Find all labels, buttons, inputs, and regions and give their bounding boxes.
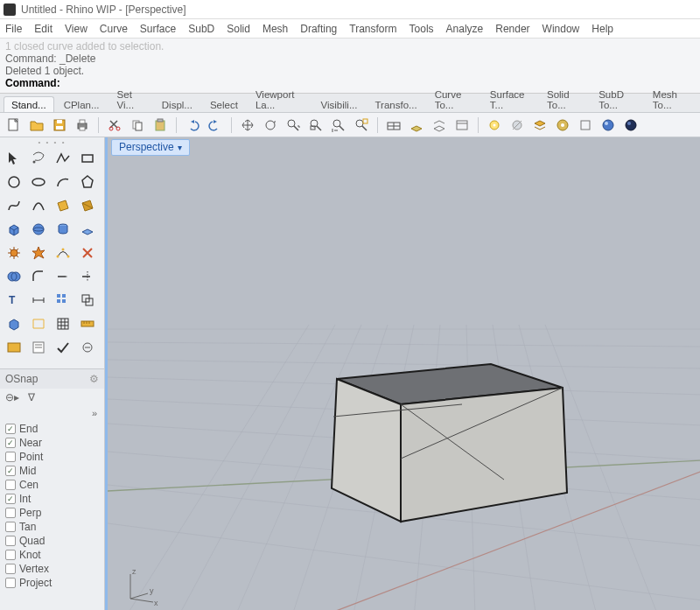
tab-surface-tools[interactable]: Surface T... [482,86,537,112]
render-icon[interactable] [599,116,617,134]
tab-solid-tools[interactable]: Solid To... [539,86,589,112]
tab-transform[interactable]: Transfo... [368,96,425,112]
trim-icon[interactable] [77,266,98,287]
surface-corner-icon[interactable] [52,195,74,216]
zoom-extents-icon[interactable] [330,116,347,134]
osnap-project-checkbox[interactable] [5,578,16,588]
ellipse-icon[interactable] [28,172,49,193]
zoom-window-icon[interactable] [307,116,325,134]
menu-view[interactable]: View [65,23,88,35]
check-icon[interactable] [52,337,74,358]
zoom-selected-icon[interactable] [353,116,370,134]
undo-view-icon[interactable] [385,116,402,134]
dimension-icon[interactable] [28,290,49,311]
osnap-end-checkbox[interactable] [5,424,16,434]
osnap-mid-checkbox[interactable] [5,466,16,476]
tab-curve-tools[interactable]: Curve To... [427,86,480,112]
fillet-icon[interactable] [28,266,49,287]
properties-icon[interactable] [554,116,571,134]
osnap-quad-checkbox[interactable] [5,536,16,546]
polyline-icon[interactable] [52,148,74,169]
menu-drafting[interactable]: Drafting [300,23,337,35]
perspective-viewport[interactable]: Perspective ▾ [105,137,700,610]
set-cplane-icon[interactable] [408,116,425,134]
new-file-icon[interactable] [5,116,23,134]
copy-icon[interactable] [129,116,146,134]
box-icon[interactable] [4,219,24,240]
measure-icon[interactable] [77,313,98,334]
tab-select[interactable]: Select [202,96,246,112]
gear-tool-icon[interactable] [4,242,24,263]
tab-display[interactable]: Displ... [154,96,200,112]
explode-icon[interactable] [28,242,49,263]
open-file-icon[interactable] [28,116,46,134]
osnap-persistence-icon[interactable]: ⊖▸ [5,391,19,403]
menu-file[interactable]: File [5,23,22,35]
menu-curve[interactable]: Curve [100,23,128,35]
osnap-point-checkbox[interactable] [5,452,16,462]
tab-set-view[interactable]: Set Vi... [109,86,152,112]
interp-curve-icon[interactable] [28,195,49,216]
layers-icon[interactable] [531,116,549,134]
arc-icon[interactable] [52,172,74,193]
osnap-filter-icon[interactable]: ∇ [28,391,35,403]
osnap-cen-checkbox[interactable] [5,480,16,490]
plane-icon[interactable] [77,219,98,240]
boolean-union-icon[interactable] [4,266,24,287]
palette-grip[interactable]: • • • • [0,137,104,146]
polygon-icon[interactable] [77,172,98,193]
print-icon[interactable] [74,116,91,134]
cylinder-icon[interactable] [52,219,74,240]
move-face-icon[interactable] [4,313,24,334]
paste-icon[interactable] [151,116,169,134]
menu-subd[interactable]: SubD [188,23,214,35]
circle-icon[interactable] [4,172,24,193]
menu-transform[interactable]: Transform [349,23,396,35]
lasso-select-icon[interactable] [28,148,49,169]
surface-edge-icon[interactable] [77,195,98,216]
tab-standard[interactable]: Stand... [4,96,54,112]
menu-render[interactable]: Render [495,23,529,35]
menu-analyze[interactable]: Analyze [446,23,484,35]
pan-icon[interactable] [239,116,256,134]
grid-icon[interactable] [52,313,74,334]
loft-icon[interactable] [28,313,49,334]
save-icon[interactable] [51,116,68,134]
hide-icon[interactable] [508,116,526,134]
notes-icon[interactable] [28,337,49,358]
osnap-knot-checkbox[interactable] [5,550,16,560]
menu-edit[interactable]: Edit [34,23,52,35]
open-toolbar-icon[interactable] [4,337,24,358]
tab-visibility[interactable]: Visibili... [313,96,366,112]
menu-window[interactable]: Window [542,23,580,35]
pointer-tool-icon[interactable] [4,148,24,169]
rectangle-icon[interactable] [77,148,98,169]
menu-tools[interactable]: Tools [410,23,434,35]
osnap-perp-checkbox[interactable] [5,508,16,518]
osnap-int-checkbox[interactable] [5,494,16,504]
set-view-icon[interactable] [453,116,471,134]
osnap-collapse-icon[interactable]: » [92,408,97,418]
sphere-icon[interactable] [28,219,49,240]
rotate-view-icon[interactable] [262,116,279,134]
group-icon[interactable] [77,290,98,311]
menu-mesh[interactable]: Mesh [262,23,288,35]
menu-help[interactable]: Help [592,23,613,35]
text-tool-icon[interactable]: T [4,290,24,311]
object-properties-icon[interactable] [577,116,594,134]
named-cplane-icon[interactable] [430,116,448,134]
cut-icon[interactable] [106,116,123,134]
options-icon[interactable] [77,337,98,358]
pointson-icon[interactable] [52,242,74,263]
menu-surface[interactable]: Surface [140,23,176,35]
array-icon[interactable] [52,290,74,311]
osnap-vertex-checkbox[interactable] [5,564,16,574]
osnap-near-checkbox[interactable] [5,438,16,448]
shade-icon[interactable] [622,116,640,134]
delete-tool-icon[interactable] [77,242,98,263]
tab-cplanes[interactable]: CPlan... [56,96,108,112]
tab-viewport-layout[interactable]: Viewport La... [248,86,312,112]
tab-mesh-tools[interactable]: Mesh To... [645,86,696,112]
redo-icon[interactable] [206,116,224,134]
extend-icon[interactable] [52,266,74,287]
